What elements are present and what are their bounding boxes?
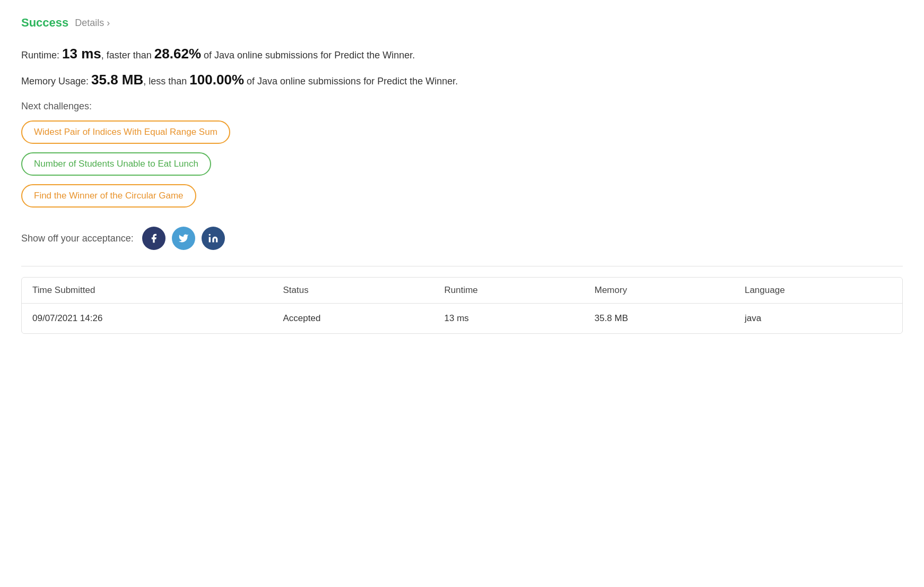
runtime-percentage: 28.62% [154,46,201,62]
table-header-row: Time Submitted Status Runtime Memory Lan… [22,278,902,304]
memory-line: Memory Usage: 35.8 MB, less than 100.00%… [21,72,903,88]
success-label: Success [21,16,68,30]
runtime-middle: , faster than [101,50,154,61]
memory-suffix: of Java online submissions for Predict t… [244,76,458,87]
table-row: 09/07/2021 14:26 Accepted 13 ms 35.8 MB … [22,304,902,334]
cell-status[interactable]: Accepted [273,304,434,334]
challenges-list: Widest Pair of Indices With Equal Range … [21,120,903,214]
submissions-table-wrapper: Time Submitted Status Runtime Memory Lan… [21,277,903,334]
cell-time-submitted: 09/07/2021 14:26 [22,304,273,334]
show-off-label: Show off your acceptance: [21,233,134,244]
facebook-icon[interactable] [142,227,165,250]
runtime-suffix: of Java online submissions for Predict t… [201,50,415,61]
memory-prefix: Memory Usage: [21,76,91,87]
col-runtime: Runtime [434,278,584,304]
submissions-table: Time Submitted Status Runtime Memory Lan… [22,278,902,333]
challenge-btn-2[interactable]: Number of Students Unable to Eat Lunch [21,152,211,176]
runtime-prefix: Runtime: [21,50,62,61]
memory-middle: , less than [143,76,189,87]
cell-runtime: 13 ms [434,304,584,334]
svg-rect-0 [208,237,210,243]
details-link[interactable]: Details › [75,18,110,29]
challenge-btn-3[interactable]: Find the Winner of the Circular Game [21,184,196,208]
runtime-value: 13 ms [62,46,101,62]
runtime-line: Runtime: 13 ms, faster than 28.62% of Ja… [21,46,903,62]
next-challenges-label: Next challenges: [21,101,903,112]
cell-language: java [734,304,902,334]
social-icons [142,227,225,250]
col-memory: Memory [584,278,734,304]
linkedin-icon[interactable] [202,227,225,250]
result-header: Success Details › [21,16,903,30]
cell-memory: 35.8 MB [584,304,734,334]
col-status: Status [273,278,434,304]
svg-point-1 [208,234,210,236]
challenge-btn-1[interactable]: Widest Pair of Indices With Equal Range … [21,120,230,144]
show-off-row: Show off your acceptance: [21,227,903,250]
memory-percentage: 100.00% [189,72,244,88]
divider [21,266,903,266]
col-language: Language [734,278,902,304]
col-time-submitted: Time Submitted [22,278,273,304]
twitter-icon[interactable] [172,227,195,250]
memory-value: 35.8 MB [91,72,143,88]
